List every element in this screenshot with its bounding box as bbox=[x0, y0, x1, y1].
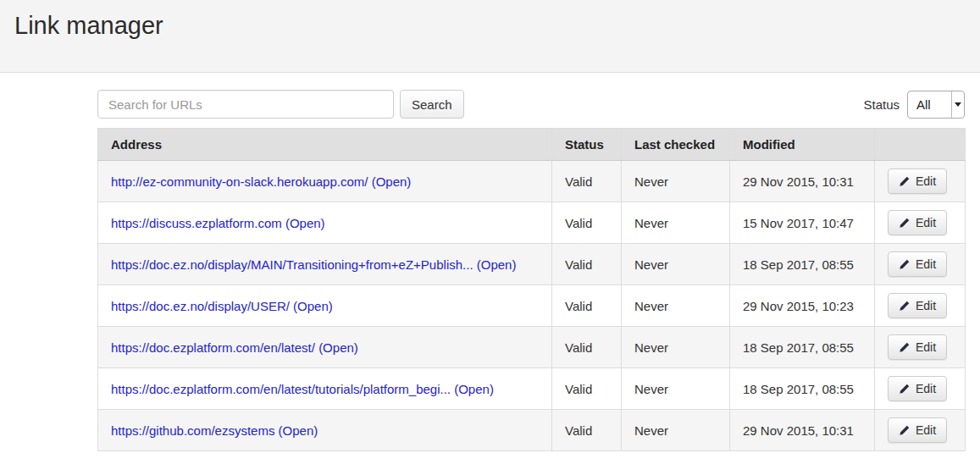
edit-button-label: Edit bbox=[916, 423, 936, 437]
url-link[interactable]: https://doc.ez.no/display/MAIN/Transitio… bbox=[111, 257, 473, 272]
status-cell: Valid bbox=[552, 202, 622, 244]
modified-cell: 29 Nov 2015, 10:23 bbox=[730, 285, 875, 327]
status-cell: Valid bbox=[552, 410, 622, 451]
status-cell: Valid bbox=[552, 285, 622, 327]
address-cell: https://discuss.ezplatform.com (Open) bbox=[98, 202, 552, 244]
address-cell: https://doc.ezplatform.com/en/latest/tut… bbox=[98, 368, 552, 410]
column-header-modified: Modified bbox=[730, 129, 875, 161]
column-header-last-checked: Last checked bbox=[622, 129, 730, 161]
modified-cell: 29 Nov 2015, 10:31 bbox=[730, 410, 875, 451]
open-link[interactable]: (Open) bbox=[372, 174, 412, 189]
toolbar: Search Status All bbox=[97, 89, 965, 119]
last-checked-cell: Never bbox=[622, 161, 730, 202]
pencil-icon bbox=[899, 259, 910, 270]
status-cell: Valid bbox=[552, 368, 622, 410]
table-row: https://github.com/ezsystems (Open) Vali… bbox=[98, 410, 966, 451]
table-header-row: Address Status Last checked Modified bbox=[98, 129, 966, 161]
edit-button-label: Edit bbox=[916, 340, 936, 354]
actions-cell: Edit bbox=[875, 368, 966, 410]
actions-cell: Edit bbox=[875, 285, 966, 327]
open-link[interactable]: (Open) bbox=[279, 423, 318, 438]
edit-button[interactable]: Edit bbox=[888, 293, 947, 318]
url-link[interactable]: https://doc.ezplatform.com/en/latest/ bbox=[111, 340, 315, 355]
table-row: https://discuss.ezplatform.com (Open) Va… bbox=[98, 202, 966, 244]
edit-button-label: Edit bbox=[916, 257, 936, 271]
table-row: http://ez-community-on-slack.herokuapp.c… bbox=[98, 161, 966, 202]
url-link[interactable]: https://discuss.ezplatform.com bbox=[111, 216, 282, 230]
table-row: https://doc.ez.no/display/MAIN/Transitio… bbox=[98, 244, 966, 285]
modified-cell: 15 Nov 2017, 10:47 bbox=[730, 202, 875, 244]
column-header-address: Address bbox=[98, 129, 552, 161]
edit-button-label: Edit bbox=[916, 382, 936, 395]
page-header: Link manager bbox=[0, 0, 980, 73]
actions-cell: Edit bbox=[875, 410, 966, 451]
table-row: https://doc.ez.no/display/USER/ (Open) V… bbox=[98, 285, 966, 327]
edit-button[interactable]: Edit bbox=[888, 251, 947, 277]
modified-cell: 18 Sep 2017, 08:55 bbox=[730, 327, 875, 368]
edit-button-label: Edit bbox=[916, 174, 936, 188]
open-link[interactable]: (Open) bbox=[477, 257, 517, 272]
pencil-icon bbox=[899, 301, 910, 312]
modified-cell: 18 Sep 2017, 08:55 bbox=[730, 244, 875, 285]
last-checked-cell: Never bbox=[622, 410, 730, 451]
status-filter-label: Status bbox=[863, 97, 900, 112]
url-link[interactable]: http://ez-community-on-slack.herokuapp.c… bbox=[111, 174, 368, 189]
actions-cell: Edit bbox=[875, 202, 966, 244]
address-cell: https://github.com/ezsystems (Open) bbox=[98, 410, 552, 451]
search-input[interactable] bbox=[97, 90, 394, 119]
last-checked-cell: Never bbox=[622, 327, 730, 368]
status-cell: Valid bbox=[552, 161, 622, 202]
edit-button[interactable]: Edit bbox=[888, 417, 947, 443]
last-checked-cell: Never bbox=[622, 202, 730, 244]
actions-cell: Edit bbox=[875, 244, 966, 285]
table-body: http://ez-community-on-slack.herokuapp.c… bbox=[98, 161, 966, 451]
status-cell: Valid bbox=[552, 244, 622, 285]
edit-button[interactable]: Edit bbox=[888, 376, 947, 401]
address-cell: https://doc.ez.no/display/USER/ (Open) bbox=[98, 285, 552, 327]
status-cell: Valid bbox=[552, 327, 622, 368]
address-cell: https://doc.ezplatform.com/en/latest/ (O… bbox=[98, 327, 552, 368]
last-checked-cell: Never bbox=[622, 368, 730, 410]
open-link[interactable]: (Open) bbox=[293, 299, 333, 313]
table-row: https://doc.ezplatform.com/en/latest/tut… bbox=[98, 368, 966, 410]
last-checked-cell: Never bbox=[622, 244, 730, 285]
search-button[interactable]: Search bbox=[400, 90, 464, 119]
links-table: Address Status Last checked Modified htt… bbox=[97, 128, 966, 451]
edit-button[interactable]: Edit bbox=[888, 168, 947, 194]
pencil-icon bbox=[899, 218, 910, 229]
pencil-icon bbox=[899, 384, 910, 395]
column-header-status: Status bbox=[552, 129, 622, 161]
status-filter: Status All bbox=[863, 91, 965, 119]
address-cell: https://doc.ez.no/display/MAIN/Transitio… bbox=[98, 244, 552, 285]
modified-cell: 18 Sep 2017, 08:55 bbox=[730, 368, 875, 410]
status-select[interactable]: All bbox=[907, 91, 965, 119]
edit-button-label: Edit bbox=[916, 216, 936, 229]
url-link[interactable]: https://doc.ez.no/display/USER/ bbox=[111, 299, 290, 313]
pencil-icon bbox=[899, 176, 910, 187]
url-link[interactable]: https://doc.ezplatform.com/en/latest/tut… bbox=[111, 382, 451, 396]
table-row: https://doc.ezplatform.com/en/latest/ (O… bbox=[98, 327, 966, 368]
actions-cell: Edit bbox=[875, 327, 966, 368]
edit-button[interactable]: Edit bbox=[888, 210, 947, 235]
actions-cell: Edit bbox=[875, 161, 966, 202]
modified-cell: 29 Nov 2015, 10:31 bbox=[730, 161, 875, 202]
url-link[interactable]: https://github.com/ezsystems bbox=[111, 423, 274, 438]
open-link[interactable]: (Open) bbox=[285, 216, 325, 230]
open-link[interactable]: (Open) bbox=[318, 340, 358, 355]
edit-button-label: Edit bbox=[916, 299, 936, 312]
address-cell: http://ez-community-on-slack.herokuapp.c… bbox=[98, 161, 552, 202]
content-area: Search Status All Address Status Last ch… bbox=[97, 73, 965, 451]
open-link[interactable]: (Open) bbox=[454, 382, 494, 396]
edit-button[interactable]: Edit bbox=[888, 334, 947, 360]
pencil-icon bbox=[899, 342, 910, 353]
pencil-icon bbox=[899, 425, 910, 436]
last-checked-cell: Never bbox=[622, 285, 730, 327]
column-header-actions bbox=[875, 129, 966, 161]
page-title: Link manager bbox=[14, 13, 966, 40]
